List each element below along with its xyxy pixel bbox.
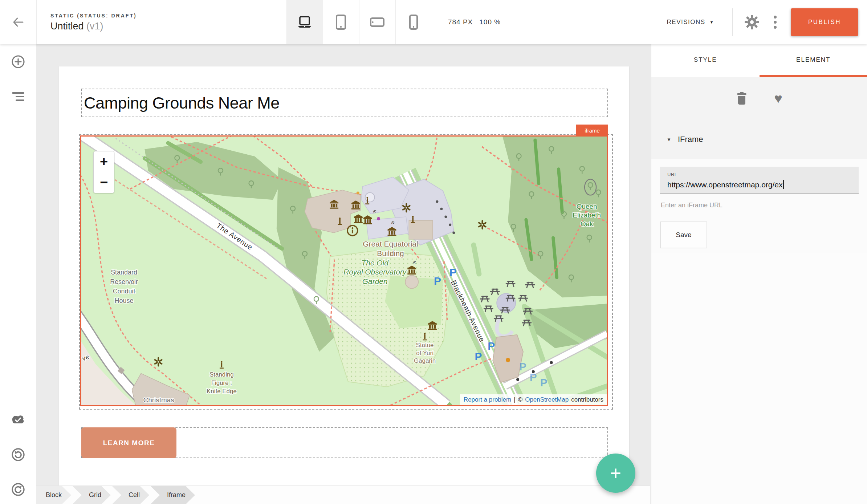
editor-canvas-page: Camping Grounds Near Me iframe [59,66,629,485]
redo-icon [11,482,25,497]
url-helper-text: Enter an iFrame URL [661,202,859,209]
breadcrumb-iframe[interactable]: Iframe [150,486,195,504]
svg-text:P: P [488,340,495,352]
map-zoom-out-button[interactable]: − [94,172,114,193]
svg-text:P: P [449,266,457,278]
back-button[interactable] [0,0,37,44]
zoom-percent-value: 100 % [479,18,501,26]
svg-text:P: P [530,371,537,383]
save-button[interactable]: Save [660,221,707,248]
kebab-menu-icon [773,15,777,29]
breadcrumb-block[interactable]: Block [36,486,71,504]
breadcrumb-cell[interactable]: Cell [112,486,149,504]
svg-text:Queen: Queen [577,203,597,210]
element-tag-badge: iframe [576,125,608,137]
attribution-separator: | [514,396,515,403]
svg-text:Garden: Garden [362,277,388,285]
svg-text:Christmas: Christmas [143,396,174,404]
report-problem-link[interactable]: Report a problem [464,396,511,403]
svg-text:P: P [519,361,526,373]
svg-text:Standing: Standing [209,371,234,378]
openstreetmap-link[interactable]: OpenStreetMap [525,396,569,403]
svg-text:Standard: Standard [111,269,137,276]
add-element-button[interactable] [11,54,25,69]
left-toolbar [0,44,36,504]
favorite-element-button[interactable]: ♥ [772,89,785,107]
list-outline-icon [11,92,25,102]
back-arrow-icon [12,17,24,28]
svg-text:Great Equatorial: Great Equatorial [363,240,418,248]
svg-text:Figure :: Figure : [211,379,232,386]
svg-text:Gagarin: Gagarin [414,357,436,364]
element-actions-toolbar: ♥ [651,77,867,120]
heart-icon: ♥ [774,92,782,105]
svg-text:Building: Building [377,249,404,257]
device-mobile-landscape-button[interactable] [359,0,395,44]
delete-element-button[interactable] [734,90,749,107]
breadcrumb-grid[interactable]: Grid [72,486,111,504]
phone-portrait-icon [409,14,418,30]
more-options-button[interactable] [771,13,779,32]
viewport-size-readout: 784 PX 100 % [432,0,517,44]
page-heading: Camping Grounds Near Me [82,94,280,113]
settings-button[interactable] [742,12,762,32]
element-breadcrumb: Block Grid Cell Iframe [36,485,650,504]
svg-text:House: House [115,297,134,304]
viewport-width-value: 784 PX [448,18,473,26]
tablet-icon [335,14,347,30]
device-mobile-portrait-button[interactable] [395,0,432,44]
page-builder-app: { "colors": {"accent":"#e8603c","learn_m… [0,0,867,504]
chevron-down-icon: ▼ [710,20,714,24]
tab-style[interactable]: STYLE [651,44,760,77]
iframe-settings-form: URL https://www.openstreetmap.org/ex Ent… [651,159,867,253]
revisions-dropdown[interactable]: REVISIONS ▼ [667,19,723,26]
svg-text:P: P [434,275,441,287]
publish-button[interactable]: PUBLISH [791,8,858,36]
viewport-switcher: 784 PX 100 % [286,0,517,44]
gear-icon [744,15,760,30]
saved-status-button[interactable] [11,412,25,427]
map-embed[interactable]: ≠ ≠ ≠ P P P P P P P The Avenue Blackheat… [81,137,607,405]
revisions-label: REVISIONS [667,19,705,26]
device-desktop-button[interactable] [286,0,323,44]
svg-text:Oak: Oak [581,220,593,228]
document-status: STATIC (STATUS: DRAFT) [50,13,137,19]
trash-icon [736,92,747,105]
svg-text:Knife Edge: Knife Edge [207,388,237,395]
top-toolbar: STATIC (STATUS: DRAFT) Untitled (v1) [0,0,867,44]
map-playground-marker [506,358,510,362]
svg-text:P: P [475,350,482,362]
document-title: Untitled (v1) [50,21,137,32]
svg-text:P: P [540,377,548,389]
redo-button[interactable] [11,482,25,497]
svg-text:The Old: The Old [361,259,389,267]
device-tablet-button[interactable] [323,0,359,44]
add-block-fab[interactable]: + [596,454,635,493]
iframe-section-header[interactable]: ▼ IFrame [651,120,867,159]
section-title: IFrame [678,135,703,144]
svg-text:of Yuri: of Yuri [416,350,434,357]
attribution-contributors: contributors [571,396,603,403]
map-zoom-in-button[interactable]: + [94,151,114,172]
svg-text:Elizabeth: Elizabeth [573,211,601,219]
undo-button[interactable] [11,447,25,462]
header-divider [732,8,733,36]
phone-landscape-icon [370,17,385,28]
map-attribution: Report a problem | © OpenStreetMap contr… [460,394,607,405]
svg-text:Reservoir: Reservoir [110,278,138,285]
heading-block[interactable]: Camping Grounds Near Me [81,89,608,117]
button-block: LEARN MORE [81,427,608,458]
svg-text:Statue: Statue [416,342,434,349]
learn-more-button[interactable]: LEARN MORE [81,427,176,458]
laptop-icon [296,15,313,29]
iframe-element[interactable]: iframe [80,135,608,406]
map-zoom-control: + − [93,151,114,193]
iframe-url-input[interactable]: URL https://www.openstreetmap.org/ex [660,167,859,194]
tab-element[interactable]: ELEMENT [760,44,867,77]
document-version: (v1) [86,21,103,32]
inspector-panel: STYLE ELEMENT ♥ ▼ IFrame URL https://www… [651,44,867,504]
cloud-check-icon [11,414,25,426]
layers-button[interactable] [11,89,25,104]
svg-text:Royal Observatory: Royal Observatory [343,268,407,276]
text-cursor [783,180,784,189]
